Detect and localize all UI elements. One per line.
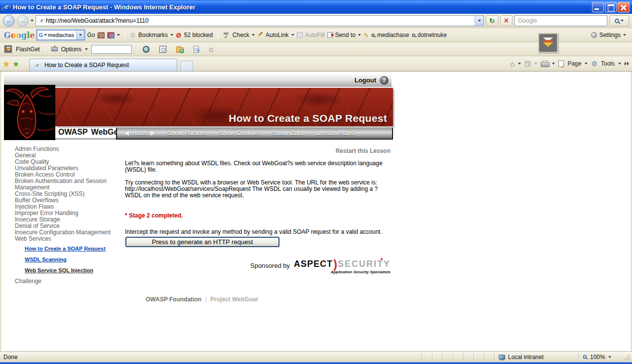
web-search-icon[interactable] [143, 46, 150, 53]
search-images-icon[interactable] [107, 32, 115, 38]
tools-dropdown-icon[interactable] [618, 63, 621, 65]
favorites-center-icon[interactable]: ★ [3, 60, 9, 68]
webgoat-goat-logo [4, 85, 55, 140]
tab-favicon-icon: e [35, 62, 41, 69]
combo-mode-dropdown-icon[interactable] [44, 34, 47, 36]
aspect-wordmark: ASPECT [294, 259, 333, 269]
page-dropdown-icon[interactable] [585, 63, 588, 65]
generate-http-request-button[interactable]: Press to generate an HTTP request [125, 237, 279, 247]
flashget-dropzone-icon[interactable] [538, 33, 558, 53]
print-icon[interactable] [541, 61, 549, 67]
address-field[interactable]: e [36, 15, 484, 26]
bookmarks-button[interactable]: Bookmarks [138, 32, 168, 38]
back-button[interactable]: ← [3, 15, 15, 27]
footer-project-link[interactable]: Project WebGoat [210, 296, 258, 303]
new-tab-button[interactable] [180, 61, 193, 71]
page-menu-button[interactable]: Page [567, 60, 581, 67]
sponsored-by-label: Sponsored by [250, 262, 290, 269]
sublink-sql-injection[interactable]: Web Service SQL Injection [25, 267, 125, 273]
brand-row: OWASP WebGoat V4 Hints Show Params Show … [4, 126, 393, 140]
search-go-button[interactable] [609, 15, 629, 26]
google-search-combo[interactable]: G mediachas [37, 30, 84, 40]
mediachase-button[interactable]: mediachase [377, 32, 409, 38]
bookmarks-dropdown-icon[interactable] [170, 34, 173, 36]
download-links-icon[interactable] [194, 46, 199, 53]
address-bar: ← → e ↻ × [0, 14, 632, 28]
google-logo: Google [4, 31, 35, 40]
aspect-security-logo: ASPECT ) SECURITY Application Security S… [294, 259, 391, 274]
options-dropdown-icon[interactable] [85, 48, 88, 50]
footer-owasp-link[interactable]: OWASP Foundation [146, 296, 201, 303]
hints-button[interactable]: Hints [132, 130, 147, 137]
highlighter-icon[interactable]: ✎ [363, 32, 369, 38]
send-to-dropdown-icon[interactable] [358, 34, 361, 36]
tools-gear-icon: ⚙ [591, 60, 597, 67]
address-dropdown-button[interactable] [474, 16, 483, 26]
sidebar-item-web-services[interactable]: Web Services [15, 236, 113, 242]
hints-prev-icon[interactable] [125, 131, 129, 136]
forward-button[interactable]: → [17, 15, 29, 27]
options-button[interactable]: Options [61, 46, 81, 53]
history-dropdown-icon[interactable] [31, 20, 34, 22]
add-favorite-icon[interactable]: ★ [12, 60, 19, 68]
restore-button[interactable] [605, 2, 617, 12]
print-dropdown-icon[interactable] [552, 63, 555, 65]
home-dropdown-icon[interactable] [518, 63, 521, 65]
tools-menu-button[interactable]: Tools [601, 60, 615, 67]
logout-button[interactable]: Logout [355, 76, 376, 84]
zoom-dropdown-icon[interactable] [608, 356, 611, 358]
settings-button[interactable]: Settings [591, 32, 628, 38]
autolink-button[interactable]: AutoLink [266, 32, 289, 38]
search-tools-dropdown-icon[interactable] [117, 34, 120, 36]
search-box[interactable] [514, 15, 607, 26]
show-java-button[interactable]: Show Java [273, 130, 303, 137]
capture-target-icon[interactable] [159, 46, 166, 53]
show-params-button[interactable]: Show Params [167, 130, 206, 137]
combo-dropdown-button[interactable] [76, 31, 84, 39]
help-icon[interactable]: ? [380, 76, 389, 85]
check-dropdown-icon[interactable] [252, 34, 255, 36]
check-button[interactable]: Check [233, 32, 249, 38]
go-button[interactable]: Go [87, 32, 95, 38]
aspect-tagline: Application Security Specialists [331, 270, 391, 274]
home-icon[interactable]: ⌂ [510, 60, 514, 68]
sidebar-item-broken-authentication[interactable]: Broken Authentication and Session Manage… [15, 178, 113, 191]
search-icon [615, 19, 619, 23]
resize-grip[interactable] [624, 353, 631, 361]
search-input[interactable] [515, 17, 607, 24]
flashget-home-icon[interactable]: ⌂ [209, 45, 213, 53]
tab-title: How to Create a SOAP Request [44, 62, 129, 69]
popup-blocked-button[interactable]: 52 blocked [184, 32, 213, 38]
stage-completed-message: * Stage 2 completed. [125, 212, 392, 219]
zoom-level: 100% [590, 354, 605, 361]
autolink-dropdown-icon[interactable] [291, 34, 294, 36]
lesson-plans-button[interactable]: Lesson Plans [316, 130, 354, 137]
dotnetnuke-button[interactable]: dotnetnuke [418, 32, 447, 38]
sidebar-item-challenge[interactable]: Challenge [15, 278, 113, 285]
show-cookies-button[interactable]: Show Cookies [219, 130, 260, 137]
flashget-input[interactable] [91, 45, 132, 54]
send-to-button[interactable]: Send to [335, 32, 356, 38]
tab-active[interactable]: e How to Create a SOAP Request [29, 59, 177, 71]
web-services-sublinks: How to Create a SOAP Request WSDL Scanni… [25, 246, 125, 273]
tab-bar: ★ ★ e How to Create a SOAP Request ⌂ Pag… [0, 56, 632, 72]
popup-blocker-icon: ⊘ [176, 32, 182, 38]
zoom-icon [583, 355, 587, 359]
toolbar-overflow-icon[interactable] [625, 62, 629, 66]
stop-button[interactable]: × [500, 15, 513, 26]
google-toolbar: Google G mediachas Go ☆ Bookmarks ⊘ 52 b… [0, 28, 632, 42]
hints-next-icon[interactable] [151, 131, 155, 136]
refresh-button[interactable]: ↻ [486, 15, 498, 26]
sublink-wsdl-scanning[interactable]: WSDL Scanning [25, 256, 125, 262]
feeds-icon[interactable] [524, 61, 531, 67]
hints-control[interactable]: Hints [125, 130, 155, 137]
zoom-control[interactable]: 100% [578, 353, 624, 362]
address-input[interactable] [46, 17, 474, 24]
search-site-icon[interactable] [97, 32, 105, 38]
minimize-button[interactable] [592, 2, 604, 12]
site-explorer-icon[interactable] [176, 47, 184, 53]
restart-lesson-link[interactable]: Restart this Lesson [125, 147, 391, 154]
flashget-button[interactable]: FlashGet [16, 46, 40, 53]
sublink-soap-request[interactable]: How to Create a SOAP Request [25, 246, 125, 252]
close-button[interactable] [618, 2, 630, 12]
